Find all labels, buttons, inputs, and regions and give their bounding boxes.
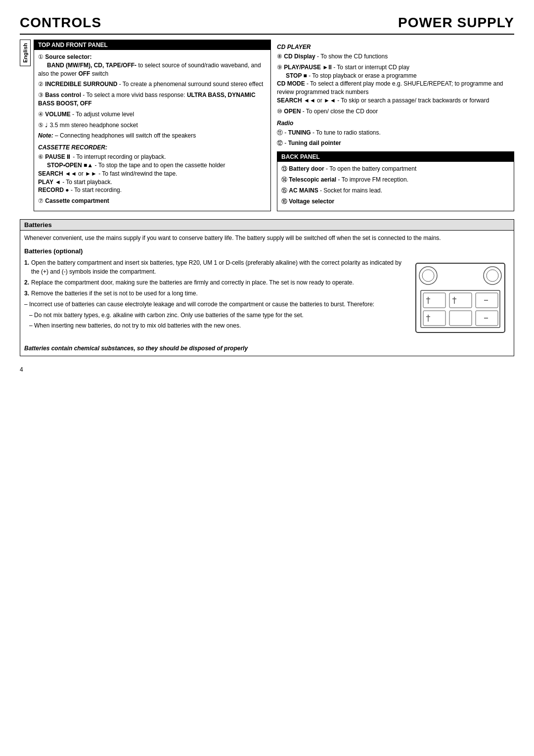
- controls-title: CONTROLS: [20, 15, 101, 31]
- svg-rect-0: [416, 263, 505, 332]
- battery-diagram: [411, 258, 510, 340]
- batteries-content: Whenever convenient, use the mains suppl…: [20, 231, 514, 356]
- cassette-recorder-title: CASSETTE RECORDER:: [38, 144, 267, 151]
- item-num-2: ② INCREDIBLE SURROUND - To create a phen…: [38, 81, 263, 88]
- svg-point-3: [484, 267, 501, 284]
- svg-rect-10: [449, 311, 472, 326]
- item-open: ⑩ OPEN - To open/ close the CD door: [277, 107, 514, 116]
- right-column: CD PLAYER ⑧ CD Display - To show the CD …: [277, 40, 514, 215]
- item-num-3: ③ Bass control - To select a more vivid …: [38, 92, 256, 107]
- battery-text: 1. Open the battery compartment and inse…: [24, 258, 403, 331]
- radio-title: Radio: [277, 120, 514, 127]
- batteries-section: Batteries Whenever convenient, use the m…: [20, 219, 514, 356]
- back-panel-content: ⑬ Battery door - To open the battery com…: [277, 162, 514, 211]
- item-voltage-selector: ⑯ Voltage selector: [281, 197, 510, 206]
- item-cassette-compartment: ⑦ Cassette compartment: [38, 197, 267, 205]
- item-play-pause: ⑨ PLAY/PAUSE ►II - To start or interrupt…: [277, 63, 514, 105]
- top-front-panel-section: TOP AND FRONT PANEL ① Source selector: B…: [34, 40, 271, 211]
- page-header: CONTROLS POWER SUPPLY: [20, 15, 514, 35]
- battery-caution-2: – Do not mix battery types, e.g. alkalin…: [29, 311, 403, 320]
- item-headphone-note: Note: – Connecting headphones will switc…: [38, 132, 267, 140]
- item-tuning: ⑪ - TUNING - To tune to radio stations.: [277, 129, 514, 137]
- batteries-warning: Batteries contain chemical substances, s…: [24, 344, 510, 353]
- batteries-intro: Whenever convenient, use the mains suppl…: [24, 234, 510, 242]
- item-pause: ⑥ PAUSE⏸ - To interrupt recording or pla…: [38, 153, 267, 194]
- batteries-title: Batteries: [20, 220, 514, 231]
- svg-rect-7: [449, 293, 472, 308]
- power-supply-title: POWER SUPPLY: [398, 15, 514, 31]
- item-telescopic-aerial: ⑭ Telescopic aerial - To improve FM rece…: [281, 176, 510, 184]
- battery-step-1: 1. Open the battery compartment and inse…: [24, 258, 403, 276]
- battery-diagram-svg: [411, 258, 510, 337]
- left-column: TOP AND FRONT PANEL ① Source selector: B…: [34, 40, 271, 215]
- item-num-4: ④ VOLUME - To adjust volume level: [38, 111, 134, 118]
- battery-caution-3: – When inserting new batteries, do not t…: [29, 321, 403, 330]
- item-num-1: ① Source selector:: [38, 53, 91, 60]
- item-num-5: ⑤ ♩ 3.5 mm stereo headphone socket: [38, 122, 138, 129]
- svg-rect-9: [423, 311, 445, 326]
- item-source-selector: ① Source selector: BAND (MW/FM), CD, TAP…: [38, 53, 267, 78]
- page-number: 4: [20, 366, 514, 373]
- svg-point-2: [422, 270, 434, 282]
- top-front-panel-title: TOP AND FRONT PANEL: [34, 40, 270, 50]
- svg-point-1: [419, 267, 437, 284]
- item-volume: ④ VOLUME - To adjust volume level: [38, 110, 267, 119]
- content-area: TOP AND FRONT PANEL ① Source selector: B…: [34, 40, 514, 215]
- batteries-optional-title: Batteries (optional): [24, 246, 510, 256]
- item-cd-display: ⑧ CD Display - To show the CD functions: [277, 52, 514, 61]
- item-tuning-dail: ⑫ - Tuning dail pointer: [277, 139, 514, 147]
- svg-rect-5: [421, 290, 500, 328]
- back-panel-title: BACK PANEL: [277, 152, 514, 162]
- battery-step-2: 2. Replace the compartment door, making …: [24, 278, 403, 287]
- radio-section: Radio ⑪ - TUNING - To tune to radio stat…: [277, 120, 514, 148]
- svg-rect-6: [423, 293, 445, 308]
- cd-player-section: CD PLAYER ⑧ CD Display - To show the CD …: [277, 44, 514, 116]
- item-battery-door: ⑬ Battery door - To open the battery com…: [281, 165, 510, 173]
- battery-step-3: 3. Remove the batteries if the set is no…: [24, 289, 403, 298]
- main-layout: English TOP AND FRONT PANEL ① Source sel…: [20, 40, 514, 215]
- sidebar-english-label: English: [20, 40, 31, 66]
- svg-point-4: [487, 270, 498, 282]
- item-bass-control: ③ Bass control - To select a more vivid …: [38, 91, 267, 108]
- battery-caution-1: – Incorrect use of batteries can cause e…: [24, 300, 403, 309]
- cd-player-title: CD PLAYER: [277, 44, 514, 50]
- battery-diagram-row: 1. Open the battery compartment and inse…: [24, 258, 510, 340]
- top-front-panel-content: ① Source selector: BAND (MW/FM), CD, TAP…: [34, 50, 270, 211]
- back-panel-section: BACK PANEL ⑬ Battery door - To open the …: [277, 151, 514, 211]
- item-ac-mains: ⑮ AC MAINS - Socket for mains lead.: [281, 187, 510, 195]
- item-headphone: ⑤ ♩ 3.5 mm stereo headphone socket: [38, 121, 267, 130]
- item-1-detail: BAND (MW/FM), CD, TAPE/OFF- to select so…: [38, 62, 261, 77]
- item-incredible-surround: ② INCREDIBLE SURROUND - To create a phen…: [38, 80, 267, 89]
